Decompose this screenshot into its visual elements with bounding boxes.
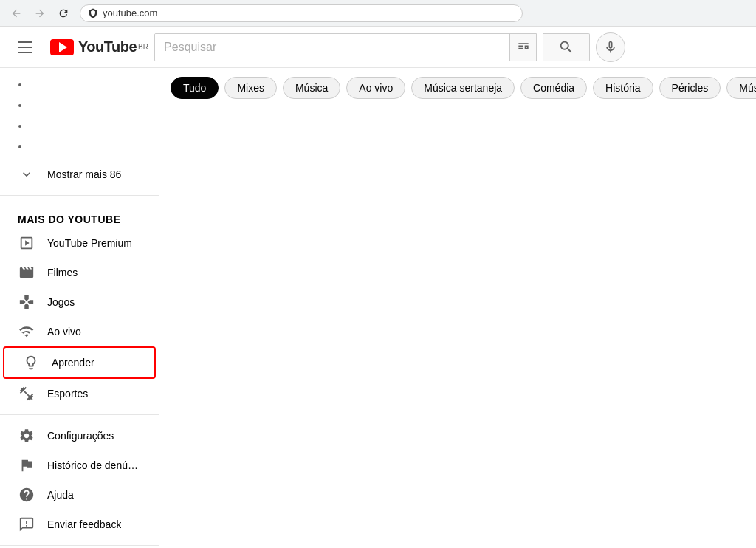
- settings-icon: [18, 427, 35, 445]
- learn-icon: [22, 354, 40, 371]
- mic-button[interactable]: [596, 32, 625, 62]
- gaming-icon: [18, 293, 35, 311]
- chip-musica[interactable]: Música: [283, 77, 340, 99]
- sidebar-label-filmes: Filmes: [47, 267, 78, 278]
- help-icon: [18, 486, 35, 504]
- show-more-button[interactable]: Mostrar mais 86: [0, 160, 159, 189]
- divider3: [0, 545, 159, 546]
- chevron-down-icon: [18, 165, 35, 183]
- chip-ao-vivo[interactable]: Ao vivo: [346, 77, 405, 99]
- youtube-logo[interactable]: YouTubeBR: [50, 38, 148, 55]
- sidebar-item-configuracoes[interactable]: Configurações: [0, 421, 159, 451]
- sidebar: Mostrar mais 86 MAIS DO YOUTUBE YouTube …: [0, 68, 159, 548]
- chip-musica-brasileira[interactable]: Música brasileira: [726, 77, 756, 99]
- chip-comedia[interactable]: Comédia: [520, 77, 587, 99]
- live-icon: [18, 323, 35, 340]
- reload-button[interactable]: [53, 3, 74, 24]
- video-grid: [159, 109, 756, 548]
- chip-pericles[interactable]: Péricles: [659, 77, 721, 99]
- back-button[interactable]: [6, 3, 27, 24]
- keyboard-search-button[interactable]: [509, 34, 536, 61]
- address-bar[interactable]: youtube.com: [80, 4, 523, 22]
- flag-icon: [18, 456, 35, 474]
- sidebar-label-jogos: Jogos: [47, 296, 75, 308]
- forward-button[interactable]: [30, 3, 50, 24]
- sidebar-label-aprender: Aprender: [52, 357, 94, 369]
- feedback-icon: [18, 516, 35, 533]
- sidebar-item-jogos[interactable]: Jogos: [0, 287, 159, 317]
- sidebar-label-ajuda: Ajuda: [47, 489, 74, 501]
- chip-mixes[interactable]: Mixes: [224, 77, 277, 99]
- sidebar-label-configuracoes: Configurações: [47, 430, 114, 442]
- sidebar-label-youtube-premium: YouTube Premium: [47, 237, 132, 249]
- chip-historia[interactable]: História: [593, 77, 653, 99]
- filter-chips-bar: Tudo Mixes Música Ao vivo Música sertane…: [159, 68, 756, 109]
- sidebar-item-aprender[interactable]: Aprender: [3, 346, 156, 379]
- sidebar-label-ao-vivo: Ao vivo: [47, 326, 81, 338]
- sidebar-item-enviar-feedback[interactable]: Enviar feedback: [0, 510, 159, 539]
- url-text: youtube.com: [103, 7, 157, 18]
- sidebar-item-filmes[interactable]: Filmes: [0, 258, 159, 287]
- mais-do-youtube-title: MAIS DO YOUTUBE: [0, 202, 159, 228]
- sidebar-label-enviar-feedback: Enviar feedback: [47, 518, 121, 530]
- settings-section: Configurações Histórico de denúnci... Aj…: [0, 421, 159, 539]
- youtube-wordmark: YouTube: [78, 38, 137, 55]
- sidebar-label-esportes: Esportes: [47, 388, 88, 400]
- sidebar-item-esportes[interactable]: Esportes: [0, 379, 159, 408]
- chip-musica-sertaneja[interactable]: Música sertaneja: [411, 77, 515, 99]
- divider2: [0, 414, 159, 415]
- sidebar-label-historico-denuncias: Histórico de denúnci...: [47, 459, 141, 471]
- show-more-label: Mostrar mais 86: [47, 168, 121, 180]
- sidebar-item-ao-vivo[interactable]: Ao vivo: [0, 317, 159, 346]
- sidebar-item-ajuda[interactable]: Ajuda: [0, 480, 159, 510]
- divider: [0, 195, 159, 196]
- sidebar-item-historico-denuncias[interactable]: Histórico de denúnci...: [0, 451, 159, 480]
- search-input[interactable]: [155, 34, 509, 61]
- youtube-premium-icon: [18, 234, 35, 252]
- mais-do-youtube-section: MAIS DO YOUTUBE YouTube Premium Filmes: [0, 202, 159, 408]
- main-content: Tudo Mixes Música Ao vivo Música sertane…: [159, 68, 756, 548]
- country-code: BR: [138, 44, 148, 51]
- movies-icon: [18, 264, 35, 281]
- hamburger-menu[interactable]: [12, 35, 38, 59]
- sidebar-item-youtube-premium[interactable]: YouTube Premium: [0, 228, 159, 258]
- chip-tudo[interactable]: Tudo: [171, 77, 219, 99]
- sports-icon: [18, 385, 35, 403]
- search-button[interactable]: [543, 33, 590, 61]
